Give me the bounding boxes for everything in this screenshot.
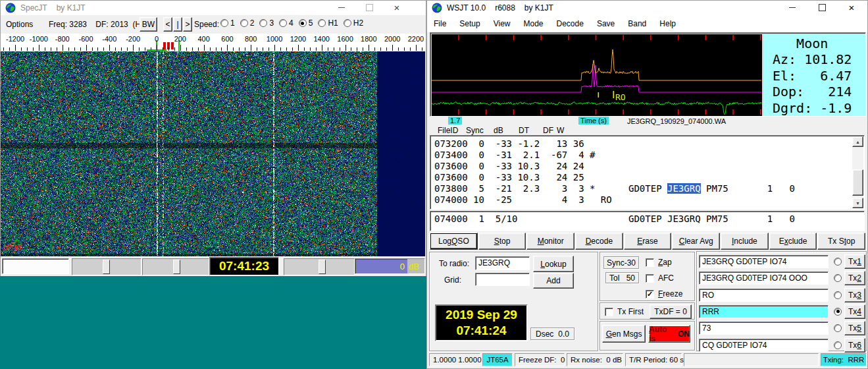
slider-handle[interactable] [103,260,110,274]
speed-radio-H1[interactable]: H1 [318,18,338,28]
lookup-button[interactable]: Lookup [533,256,574,272]
scroll-down-icon[interactable]: ▼ [852,198,863,208]
menu-mode[interactable]: Mode [517,15,550,32]
auto-button[interactable]: Auto is ON [648,325,690,343]
slider-handle[interactable] [319,260,326,274]
radio-icon[interactable] [318,19,326,27]
speed-radio-4[interactable]: 4 [279,18,294,28]
minimize-icon[interactable] [332,1,351,14]
menu-save[interactable]: Save [590,15,621,32]
tx-select-radio-6[interactable] [834,341,842,349]
erase-button[interactable]: Erase [624,233,672,250]
menu-view[interactable]: View [487,15,517,32]
menu-file[interactable]: File [427,15,453,32]
tol-box[interactable]: Tol 50 [605,272,639,283]
decode-line[interactable]: 073400 0 -31 2.1 -67 4 # [434,150,864,161]
tx-message-field-5[interactable]: 73 [699,322,829,335]
minimize-icon[interactable] [782,1,802,14]
tx2-button[interactable]: Tx2 [844,271,865,285]
speed-radio-2[interactable]: 2 [240,18,255,28]
speed-radio-3[interactable]: 3 [259,18,274,28]
tx-select-radio-1[interactable] [834,258,842,266]
menu-setup[interactable]: Setup [453,15,486,32]
tx-message-field-3[interactable]: RO [699,289,829,302]
average-text-area[interactable]: 074000 1 5/10 GD0TEP JE3GRQ PM75 1 0 [430,211,865,231]
tx4-button[interactable]: Tx4 [844,304,865,319]
stop-button[interactable]: Stop [478,233,526,250]
tx3-button[interactable]: Tx3 [844,288,865,302]
log-qso-button[interactable]: Log QSO [430,233,478,250]
tx5-button[interactable]: Tx5 [844,321,865,335]
radio-icon[interactable] [220,19,228,27]
add-button[interactable]: Add [533,273,574,289]
speed-radio-H2[interactable]: H2 [344,18,363,28]
radio-icon[interactable] [344,19,351,27]
decode-text-area[interactable]: 073200 0 -33 -1.2 13 36073400 0 -31 2.1 … [430,135,865,210]
speed-radio-5[interactable]: 5 [299,18,313,28]
tx-message-field-2[interactable]: JE3GRQ GD0TEP IO74 OOO [699,271,829,285]
freeze-checkbox[interactable]: ✓Freeze [646,289,682,298]
monitor-button[interactable]: Monitor [526,233,574,250]
options-menu[interactable]: Options [6,20,33,29]
tx-message-field-6[interactable]: CQ GD0TEP IO74 [699,339,829,352]
freeze-checkbox-box[interactable]: ✓ [646,290,654,298]
gen-msgs-button[interactable]: Gen Msgs [602,325,646,343]
close-icon[interactable]: × [387,1,407,14]
maximize-icon[interactable] [359,1,379,14]
waterfall-display[interactable] [1,51,425,256]
selected-callsign[interactable]: JE3GRQ [667,183,701,194]
scrollbar-thumb[interactable] [852,169,863,196]
zap-checkbox-box[interactable] [646,258,654,267]
ruler-label-1000: 1000 [267,35,282,43]
exclude-button[interactable]: Exclude [769,233,817,250]
clear-avg-button[interactable]: Clear Avg [672,233,720,250]
to-radio-input[interactable]: JE3GRQ [475,256,530,270]
grid-input[interactable] [475,273,530,286]
scroll-center-button[interactable]: | [173,17,182,32]
tx-select-radio-2[interactable] [834,274,842,282]
scroll-up-icon[interactable]: ▲ [852,136,863,147]
tx-first-checkbox[interactable]: Tx First [605,307,644,316]
decode-button[interactable]: Decode [575,233,623,250]
tx1-button[interactable]: Tx1 [844,254,865,269]
afc-checkbox[interactable]: AFC [646,273,674,283]
zap-checkbox[interactable]: Zap [646,258,672,267]
decode-line[interactable]: 073600 0 -33 10.3 24 25 [434,172,864,183]
scroll-right-button[interactable]: > [183,17,192,32]
menu-help[interactable]: Help [653,15,682,32]
speed-radio-1[interactable]: 1 [220,18,235,28]
decode-line[interactable]: 073600 0 -33 10.3 24 24 [434,161,864,172]
tx-select-radio-4[interactable] [834,308,842,316]
tx-select-radio-3[interactable] [834,291,842,299]
brightness-slider[interactable] [284,258,355,275]
maximize-icon[interactable] [812,1,832,14]
decode-line[interactable]: 073200 0 -33 -1.2 13 36 [434,138,864,150]
radio-icon[interactable] [299,19,307,27]
tx-select-radio-5[interactable] [834,324,842,332]
decode-line[interactable]: 074000 10 -25 4 3 RO [434,194,864,206]
tx6-button[interactable]: Tx6 [844,338,865,353]
gain-slider[interactable] [72,258,141,275]
zero-slider[interactable] [142,258,209,275]
scroll-left-button[interactable]: < [163,17,172,32]
decode-scrollbar[interactable]: ▲ ▼ [852,136,863,208]
afc-checkbox-box[interactable] [646,274,654,283]
tx-message-field-1[interactable]: JE3GRQ GD0TEP IO74 [699,255,829,268]
close-icon[interactable]: × [842,1,861,14]
tx-first-checkbox-box[interactable] [605,308,613,316]
moon-data-line: Az: 101.82 [773,51,865,67]
slider-handle[interactable] [173,260,180,274]
menu-decode[interactable]: Decode [550,15,590,32]
bw-button[interactable]: BW [140,17,157,32]
tx-message-field-4[interactable]: RRR [699,305,829,318]
txdf-button[interactable]: TxDF = 0 [650,304,692,319]
menu-band[interactable]: Band [621,15,653,32]
sync-box[interactable]: Sync -30 [603,256,639,269]
radio-icon[interactable] [259,19,267,27]
radio-icon[interactable] [240,19,248,27]
decode-line[interactable]: 073800 5 -21 2.3 3 3 * GD0TEP JE3GRQ PM7… [434,183,864,194]
include-button[interactable]: Include [721,233,769,250]
time-axis-label: Time (s) [578,117,609,125]
radio-icon[interactable] [279,19,287,27]
tx-stop-button[interactable]: Tx Stop [817,233,865,250]
